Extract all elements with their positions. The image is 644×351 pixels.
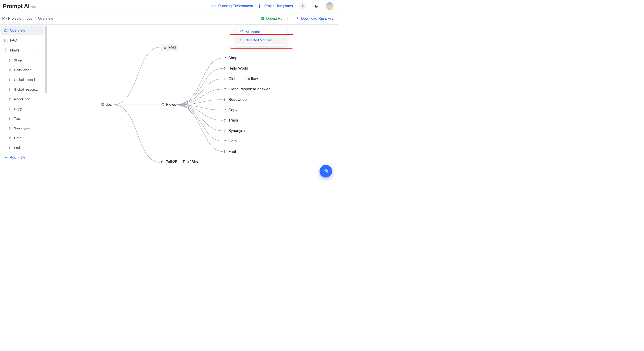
map-leaf-node[interactable]: Shop: [224, 56, 238, 60]
map-leaf-node[interactable]: Hello World: [224, 66, 248, 71]
map-leaf-node[interactable]: Synonyms: [224, 129, 246, 133]
bot-icon: [323, 168, 329, 174]
svg-point-43: [226, 57, 226, 58]
sidebar-item-overview[interactable]: Overview: [1, 26, 44, 36]
chevron-up-icon: [38, 49, 41, 52]
sidebar-flow-item[interactable]: Hello World: [1, 65, 44, 75]
sidebar-item-faq[interactable]: FAQ: [1, 36, 44, 45]
topbar: Prompt AI Beta Local Running Environment…: [0, 0, 338, 13]
map-leaf-node[interactable]: Global intent flow: [224, 77, 258, 81]
local-env-link[interactable]: Local Running Environment: [209, 4, 253, 8]
help-button[interactable]: ?: [299, 2, 306, 10]
crumb-sep: /: [24, 17, 24, 21]
grid-icon: [101, 103, 104, 106]
svg-point-56: [224, 109, 224, 110]
run-all-modules[interactable]: All Modules: [236, 28, 286, 36]
svg-point-32: [10, 137, 11, 138]
svg-point-41: [224, 57, 224, 58]
branch-icon: [8, 146, 12, 149]
branch-icon: [224, 129, 226, 132]
branch-icon: [224, 98, 226, 101]
map-talk2bits-node[interactable]: Talk2Bits:Talk2Bits: [161, 160, 198, 164]
svg-point-19: [9, 100, 10, 100]
map-leaf-node[interactable]: Fruit: [224, 149, 236, 154]
sidebar-flow-item[interactable]: Goto: [1, 133, 44, 143]
svg-rect-39: [102, 105, 103, 106]
download-rasa-button[interactable]: Download Rasa File: [296, 17, 334, 21]
sidebar-flow-label: RedoUndo: [14, 97, 30, 101]
sidebar-flow-item[interactable]: Shop: [1, 55, 44, 65]
map-leaf-node[interactable]: Trash: [224, 118, 238, 123]
crumb-project[interactable]: doc: [27, 17, 32, 21]
map-root-label: doc: [106, 102, 112, 107]
breadcrumb: My Projects / doc / Overview: [2, 17, 53, 21]
branch-icon: [8, 78, 12, 81]
templates-icon: [259, 4, 262, 8]
run-selected-modules[interactable]: Selected Modules: [236, 36, 286, 44]
map-leaf-label: Shop: [228, 56, 238, 60]
svg-point-66: [224, 142, 224, 143]
svg-point-65: [224, 140, 224, 141]
svg-point-21: [9, 108, 10, 108]
svg-point-33: [9, 146, 10, 147]
avatar[interactable]: [326, 2, 334, 10]
sidebar-flow-item[interactable]: Global respon...: [1, 85, 44, 94]
svg-rect-38: [101, 105, 102, 106]
chat-fab[interactable]: [320, 165, 332, 178]
branch-icon: [8, 117, 12, 120]
map-leaf-label: Synonyms: [228, 129, 246, 133]
map-leaf-node[interactable]: Goto: [224, 139, 237, 143]
svg-point-73: [326, 171, 327, 172]
mindmap-canvas[interactable]: doc FAQ Flows Talk2Bits:Talk2Bits ShopHe…: [45, 25, 338, 183]
svg-rect-37: [102, 103, 103, 104]
add-flow-button[interactable]: Add Flow: [1, 152, 44, 162]
svg-point-29: [10, 127, 11, 128]
sidebar-flow-item[interactable]: RedoUndo: [1, 94, 44, 104]
sidebar-flow-item[interactable]: Copy: [1, 104, 44, 114]
map-leaf-node[interactable]: Copy: [224, 108, 238, 112]
svg-point-23: [10, 108, 11, 108]
map-leaf-node[interactable]: RedoUndo: [224, 97, 247, 102]
svg-point-35: [10, 147, 11, 147]
svg-point-42: [224, 59, 224, 59]
project-templates-link[interactable]: Project Templates: [259, 4, 293, 8]
svg-point-48: [224, 80, 224, 80]
map-leaf-label: RedoUndo: [228, 97, 247, 102]
svg-point-46: [226, 68, 226, 68]
svg-point-45: [224, 69, 224, 70]
svg-point-6: [9, 59, 10, 60]
svg-point-10: [9, 71, 10, 71]
branch-icon: [224, 119, 226, 122]
svg-point-60: [224, 121, 224, 122]
svg-point-61: [226, 120, 226, 120]
sidebar-flow-item[interactable]: Trash: [1, 114, 44, 123]
sidebar-flow-item[interactable]: Fruit: [1, 143, 44, 152]
sidebar-item-flows[interactable]: Flows: [1, 45, 44, 55]
sidebar-flow-label: Global respon...: [14, 87, 38, 91]
debug-run-label: Debug Run: [266, 17, 284, 21]
svg-point-13: [9, 80, 10, 81]
map-faq-node[interactable]: FAQ: [161, 45, 178, 51]
crumb-page: Overview: [38, 17, 53, 21]
sidebar-flow-label: Goto: [14, 136, 22, 140]
svg-point-26: [10, 117, 11, 118]
crumb-row: My Projects / doc / Overview Debug Run D…: [0, 13, 338, 25]
sidebar-flow-item[interactable]: Global intent fl...: [1, 75, 44, 85]
svg-point-50: [224, 88, 224, 89]
sidebar-flow-item[interactable]: Synonyms: [1, 123, 44, 133]
map-flows-node[interactable]: Flows: [161, 102, 176, 107]
svg-point-30: [9, 137, 10, 137]
svg-point-27: [9, 127, 10, 128]
theme-toggle[interactable]: [312, 2, 320, 10]
svg-point-14: [10, 79, 11, 79]
branch-icon: [224, 150, 226, 153]
refresh-icon: [161, 103, 164, 106]
map-leaf-node[interactable]: Global response answer: [224, 87, 270, 92]
play-circle-icon: [240, 38, 244, 42]
map-leaf-label: Copy: [228, 108, 238, 112]
download-label: Download Rasa File: [301, 17, 334, 21]
map-root-node[interactable]: doc: [101, 102, 112, 107]
debug-run-button[interactable]: Debug Run: [261, 17, 289, 21]
crumb-root[interactable]: My Projects: [2, 17, 21, 21]
local-env-label: Local Running Environment: [209, 4, 253, 8]
